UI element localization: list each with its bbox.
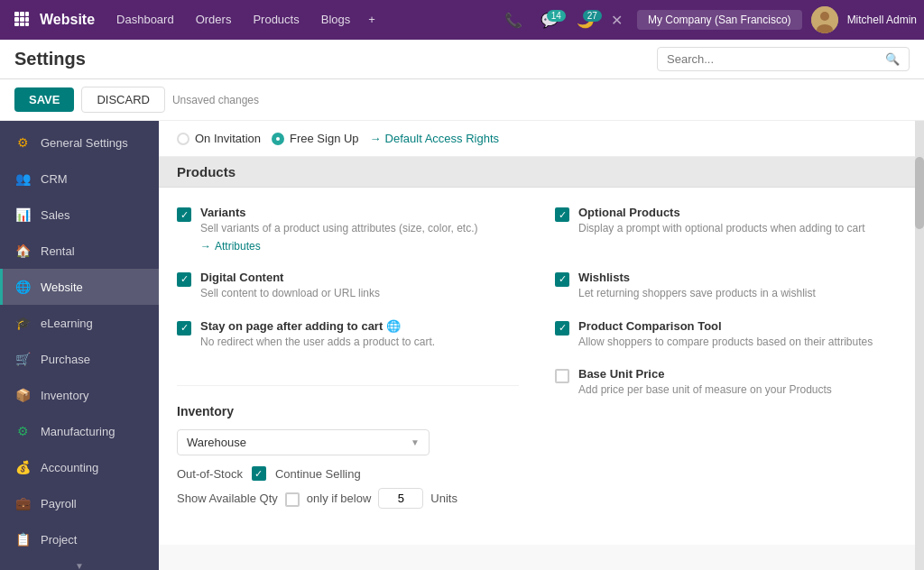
variants-desc: Sell variants of a product using attribu… bbox=[200, 221, 519, 236]
rental-icon: 🏠 bbox=[14, 242, 32, 260]
product-comparison-setting: Product Comparison Tool Allow shoppers t… bbox=[555, 319, 897, 350]
sidebar-item-accounting[interactable]: 💰 Accounting bbox=[0, 449, 159, 485]
search-input[interactable] bbox=[667, 52, 880, 66]
inventory-section: Inventory Warehouse ▼ Out-of-Stock Conti… bbox=[177, 385, 519, 509]
settings-row-3: Stay on page after adding to cart 🌐 No r… bbox=[177, 319, 897, 350]
discard-button[interactable]: DISCARD bbox=[81, 87, 165, 113]
second-bar: Settings 🔍 bbox=[0, 40, 924, 79]
wishlists-setting: Wishlists Let returning shoppers save pr… bbox=[555, 271, 897, 301]
variants-checkbox[interactable] bbox=[177, 207, 191, 222]
base-unit-price-setting: Base Unit Price Add price per base unit … bbox=[555, 367, 897, 509]
sidebar-item-project[interactable]: 📋 Project bbox=[0, 521, 159, 557]
nav-dashboard[interactable]: Dashboard bbox=[106, 0, 185, 40]
on-invitation-label: On Invitation bbox=[195, 132, 261, 145]
show-qty-row: Show Available Qty only if below Units bbox=[177, 488, 519, 509]
show-qty-label: Show Available Qty bbox=[177, 492, 278, 505]
sales-icon: 📊 bbox=[14, 206, 32, 224]
moon-badge: 27 bbox=[583, 10, 602, 22]
sidebar-item-general-settings[interactable]: ⚙ General Settings bbox=[0, 124, 159, 161]
sidebar-item-rental[interactable]: 🏠 Rental bbox=[0, 233, 159, 269]
access-rights-label: Default Access Rights bbox=[385, 132, 499, 145]
inventory-icon: 📦 bbox=[14, 386, 32, 404]
optional-products-desc: Display a prompt with optional products … bbox=[578, 221, 897, 236]
crm-icon: 👥 bbox=[14, 170, 32, 188]
dropdown-arrow-icon: ▼ bbox=[411, 437, 420, 447]
base-unit-price-checkbox[interactable] bbox=[555, 369, 569, 383]
free-signup-radio[interactable] bbox=[272, 133, 284, 145]
chat-icon[interactable]: 💬 14 bbox=[533, 8, 566, 32]
show-qty-checkbox[interactable] bbox=[285, 492, 300, 507]
product-comparison-title: Product Comparison Tool bbox=[578, 319, 897, 333]
wishlists-checkbox[interactable] bbox=[555, 272, 569, 287]
settings-row-2: Digital Content Sell content to download… bbox=[177, 271, 897, 301]
stay-on-page-desc: No redirect when the user adds a product… bbox=[200, 335, 519, 350]
wishlists-info: Wishlists Let returning shoppers save pr… bbox=[578, 271, 897, 301]
sidebar-item-website[interactable]: 🌐 Website bbox=[0, 269, 159, 305]
action-bar: SAVE DISCARD Unsaved changes bbox=[0, 79, 924, 121]
company-name[interactable]: My Company (San Francisco) bbox=[637, 10, 802, 30]
default-access-rights-link[interactable]: → Default Access Rights bbox=[370, 132, 499, 145]
website-icon: 🌐 bbox=[14, 278, 32, 296]
sidebar-item-purchase[interactable]: 🛒 Purchase bbox=[0, 341, 159, 377]
svg-rect-7 bbox=[20, 23, 24, 26]
moon-icon[interactable]: 🌙 27 bbox=[569, 8, 602, 32]
free-signup-option[interactable]: Free Sign Up bbox=[272, 132, 359, 145]
out-of-stock-row: Out-of-Stock Continue Selling bbox=[177, 466, 519, 481]
product-comparison-checkbox[interactable] bbox=[555, 321, 569, 336]
elearning-icon: 🎓 bbox=[14, 314, 32, 332]
svg-rect-4 bbox=[20, 17, 24, 22]
phone-icon[interactable]: 📞 bbox=[497, 8, 530, 32]
only-if-below-label: only if below bbox=[307, 492, 372, 505]
svg-rect-6 bbox=[14, 23, 19, 26]
settings-row-1: Variants Sell variants of a product usin… bbox=[177, 206, 897, 253]
sidebar-item-inventory[interactable]: 📦 Inventory bbox=[0, 377, 159, 413]
base-unit-price-desc: Add price per base unit of measure on yo… bbox=[578, 382, 897, 398]
products-section-header: Products bbox=[159, 157, 915, 188]
inventory-section-title: Inventory bbox=[177, 404, 519, 418]
optional-products-setting: Optional Products Display a prompt with … bbox=[555, 206, 897, 253]
general-settings-icon: ⚙ bbox=[14, 133, 32, 152]
search-icon: 🔍 bbox=[885, 52, 900, 66]
on-invitation-option[interactable]: On Invitation bbox=[177, 132, 261, 145]
grid-icon[interactable] bbox=[7, 5, 36, 36]
user-avatar[interactable] bbox=[811, 6, 838, 33]
nav-products[interactable]: Products bbox=[242, 0, 310, 40]
out-of-stock-label: Out-of-Stock bbox=[177, 467, 243, 481]
optional-products-checkbox[interactable] bbox=[555, 207, 569, 222]
sidebar-label-purchase: Purchase bbox=[41, 353, 90, 366]
sidebar-item-payroll[interactable]: 💼 Payroll bbox=[0, 485, 159, 521]
nav-orders[interactable]: Orders bbox=[185, 0, 243, 40]
accounting-icon: 💰 bbox=[14, 458, 32, 476]
nav-plus[interactable]: + bbox=[361, 0, 383, 40]
inventory-base-row: Inventory Warehouse ▼ Out-of-Stock Conti… bbox=[177, 367, 897, 509]
stay-on-page-checkbox[interactable] bbox=[177, 321, 191, 336]
warehouse-dropdown[interactable]: Warehouse ▼ bbox=[177, 429, 430, 455]
base-unit-price-title: Base Unit Price bbox=[578, 367, 897, 381]
sidebar-label-elearning: eLearning bbox=[41, 317, 93, 330]
continue-selling-label: Continue Selling bbox=[275, 467, 361, 481]
sidebar-item-crm[interactable]: 👥 CRM bbox=[0, 161, 159, 197]
save-button[interactable]: SAVE bbox=[14, 87, 74, 112]
base-unit-price-info: Base Unit Price Add price per base unit … bbox=[578, 367, 897, 398]
close-icon[interactable]: ✕ bbox=[605, 12, 628, 29]
warehouse-value: Warehouse bbox=[187, 436, 246, 449]
sidebar-item-sales[interactable]: 📊 Sales bbox=[0, 197, 159, 233]
nav-icons: 📞 💬 14 🌙 27 ✕ My Company (San Francisco)… bbox=[497, 6, 917, 33]
continue-selling-checkbox[interactable] bbox=[252, 466, 266, 481]
units-label: Units bbox=[430, 492, 457, 505]
search-box: 🔍 bbox=[657, 47, 910, 71]
svg-rect-5 bbox=[25, 17, 29, 22]
digital-content-info: Digital Content Sell content to download… bbox=[200, 271, 519, 301]
manufacturing-icon: ⚙ bbox=[14, 422, 32, 440]
on-invitation-radio[interactable] bbox=[177, 133, 189, 145]
sidebar-item-elearning[interactable]: 🎓 eLearning bbox=[0, 305, 159, 341]
nav-blogs[interactable]: Blogs bbox=[310, 0, 362, 40]
scrollbar-thumb[interactable] bbox=[915, 157, 924, 229]
main-layout: ⚙ General Settings 👥 CRM 📊 Sales 🏠 Renta… bbox=[0, 121, 924, 570]
digital-content-checkbox[interactable] bbox=[177, 272, 191, 287]
user-name[interactable]: Mitchell Admin bbox=[847, 14, 917, 26]
settings-content: Variants Sell variants of a product usin… bbox=[159, 188, 915, 545]
sidebar-item-manufacturing[interactable]: ⚙ Manufacturing bbox=[0, 413, 159, 449]
qty-input[interactable] bbox=[378, 488, 423, 509]
attributes-link[interactable]: → Attributes bbox=[200, 240, 519, 253]
